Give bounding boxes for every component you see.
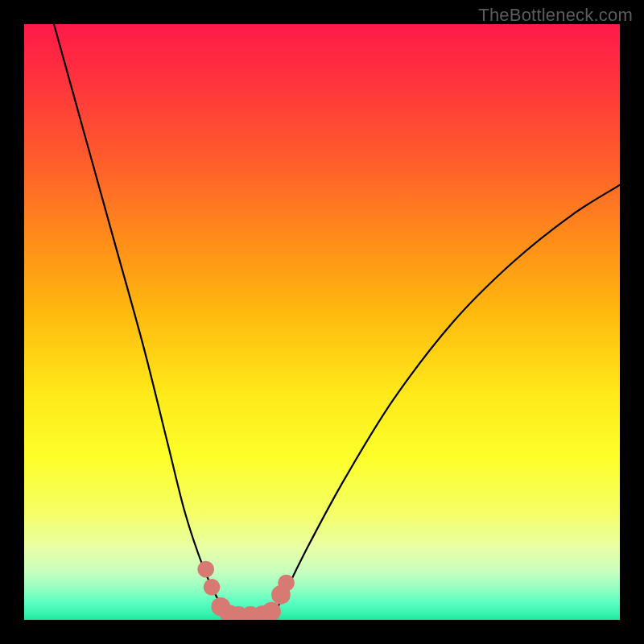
series-group: [54, 24, 620, 620]
marker-dot: [197, 561, 214, 578]
chart-svg: [24, 24, 620, 620]
plot-area: [24, 24, 620, 620]
marker-dot: [278, 575, 295, 592]
chart-frame: TheBottleneck.com: [0, 0, 644, 644]
marker-group: [197, 561, 295, 620]
curve-left-branch: [54, 24, 229, 620]
marker-dot: [204, 579, 221, 596]
curve-right-branch: [271, 185, 620, 620]
attribution-label: TheBottleneck.com: [478, 5, 633, 26]
